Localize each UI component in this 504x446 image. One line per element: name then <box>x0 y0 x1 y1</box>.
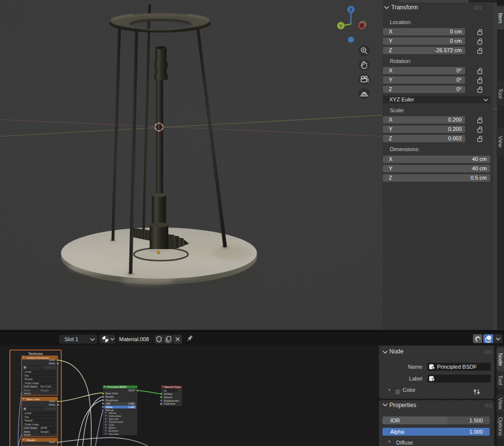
svg-text:Base Color: Base Color <box>27 398 40 401</box>
svg-text:Color Space: Color Space <box>24 385 37 388</box>
svg-text:Color Space: Color Space <box>24 426 37 429</box>
svg-text:Repeat: Repeat <box>25 378 33 381</box>
svg-text:Color: Color <box>49 358 56 361</box>
svg-text:Color: Color <box>49 441 56 444</box>
svg-text:Straight: Straight <box>40 430 49 433</box>
svg-text:Thin Film: Thin Film <box>109 433 119 436</box>
svg-text:Non-Color: Non-Color <box>40 385 52 388</box>
svg-text:Displacement: Displacement <box>164 399 180 402</box>
svg-text:Alpha: Alpha <box>49 362 55 365</box>
svg-text:Base Color: Base Color <box>105 392 118 395</box>
svg-text:Vector: Vector <box>24 433 31 436</box>
svg-text:Material Output: Material Output <box>164 386 181 388</box>
svg-text:Textures: Textures <box>28 351 43 356</box>
svg-text:IOR: IOR <box>106 402 110 405</box>
svg-text:1.500: 1.500 <box>128 402 134 405</box>
svg-text:Alpha: Alpha <box>106 406 112 409</box>
svg-text:Linear: Linear <box>25 412 32 414</box>
svg-text:Single Image: Single Image <box>25 382 39 384</box>
svg-text:Flat: Flat <box>25 415 29 418</box>
svg-text:Alpha: Alpha <box>24 389 30 392</box>
svg-text:Specular: Specular <box>109 417 119 420</box>
svg-text:Metallic: Metallic <box>27 439 36 442</box>
svg-text:Color: Color <box>49 400 56 403</box>
svg-text:Single Image: Single Image <box>25 423 39 426</box>
svg-text:BSDF: BSDF <box>128 389 135 392</box>
svg-text:Ambient Occlusion: Ambient Occlusion <box>27 356 49 359</box>
svg-text:1.000: 1.000 <box>128 406 134 409</box>
svg-text:Volume: Volume <box>164 396 172 399</box>
svg-text:Alpha: Alpha <box>49 403 55 406</box>
svg-text:Subsurface: Subsurface <box>109 414 122 417</box>
svg-text:Roughness: Roughness <box>105 399 119 402</box>
svg-text:Diffuse: Diffuse <box>109 412 117 414</box>
svg-text:Surface: Surface <box>164 392 173 395</box>
svg-text:sRGB: sRGB <box>40 426 47 429</box>
svg-text:Metallic: Metallic <box>105 395 114 398</box>
svg-text:Straight: Straight <box>40 389 49 392</box>
svg-text:Transmission: Transmission <box>109 420 124 423</box>
svg-text:Coat: Coat <box>109 423 114 426</box>
svg-text:Alpha: Alpha <box>24 430 30 433</box>
svg-text:Vector: Vector <box>24 392 31 395</box>
svg-text:Repeat: Repeat <box>25 419 33 422</box>
svg-text:Thickness: Thickness <box>164 402 176 405</box>
svg-text:Emission: Emission <box>109 429 119 432</box>
svg-text:Sheen: Sheen <box>109 426 116 429</box>
svg-text:Linear: Linear <box>25 370 32 373</box>
svg-text:All: All <box>164 389 167 392</box>
svg-text:Flat: Flat <box>25 374 29 377</box>
svg-text:Principled BSDF: Principled BSDF <box>107 385 127 388</box>
